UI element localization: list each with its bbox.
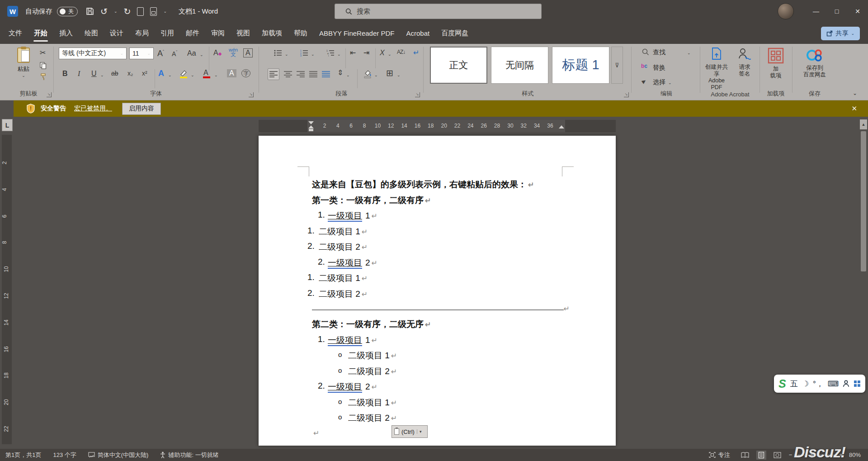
- style-card-标题 1[interactable]: 标题 1: [552, 47, 609, 84]
- style-card-正文[interactable]: 正文: [430, 47, 487, 84]
- italic-button[interactable]: I: [78, 70, 80, 77]
- text-effects-button[interactable]: A: [158, 69, 164, 77]
- doc-line[interactable]: 2.二级项目 2↵: [307, 241, 566, 257]
- distribute-icon[interactable]: [322, 71, 330, 77]
- horizontal-ruler[interactable]: 24681012141618202224262830323436: [259, 120, 616, 132]
- sogou-logo-icon[interactable]: S: [778, 377, 786, 390]
- save-to-baidu-button[interactable]: 保存到百度网盘: [794, 47, 835, 78]
- maximize-button[interactable]: □: [826, 0, 847, 23]
- tab-绘图[interactable]: 绘图: [79, 23, 104, 44]
- doc-line[interactable]: o二级项目 1↵: [307, 350, 566, 366]
- doc-line[interactable]: 2.一级项目2↵: [307, 257, 566, 273]
- proofing-language[interactable]: 简体中文(中国大陆): [88, 451, 149, 459]
- ime-mode-icon[interactable]: ⌨: [828, 379, 839, 389]
- doc-line[interactable]: 1.一级项目1↵: [307, 334, 566, 350]
- ime-person-icon[interactable]: [843, 380, 849, 387]
- create-pdf-button[interactable]: 创建并共享Adobe PDF: [703, 47, 731, 91]
- tab-布局[interactable]: 布局: [129, 23, 155, 44]
- asian-layout-icon[interactable]: X: [380, 49, 385, 57]
- first-line-indent-marker[interactable]: [308, 121, 314, 124]
- copy-icon[interactable]: [40, 62, 47, 69]
- tab-stop-selector[interactable]: L: [2, 119, 13, 131]
- character-shading-button[interactable]: A: [227, 69, 236, 77]
- sort-icon[interactable]: AZ↓: [397, 49, 405, 55]
- redo-icon[interactable]: ↻: [123, 7, 131, 16]
- align-center-icon[interactable]: [284, 71, 292, 77]
- tab-Acrobat[interactable]: Acrobat: [400, 23, 435, 44]
- font-family-select[interactable]: 等线 (中文正文) ⌄: [59, 48, 127, 59]
- show-marks-icon[interactable]: ↵: [413, 49, 419, 57]
- paste-button[interactable]: 粘贴 ⌄: [12, 48, 35, 86]
- clipboard-launcher-icon[interactable]: ↘: [47, 92, 52, 97]
- grow-font-button[interactable]: Aˆ: [157, 49, 164, 57]
- character-border-button[interactable]: A: [243, 48, 253, 57]
- find-button[interactable]: 查找: [653, 48, 665, 57]
- styles-launcher-icon[interactable]: ↘: [624, 92, 629, 97]
- phonetic-guide-button[interactable]: wén文: [229, 48, 238, 57]
- bold-button[interactable]: B: [62, 70, 68, 77]
- sogou-ime-bar[interactable]: S 五☽°，⌨: [774, 375, 865, 393]
- doc-line[interactable]: o二级项目 1↵: [307, 397, 566, 413]
- right-indent-marker[interactable]: [559, 125, 564, 128]
- doc-line[interactable]: o二级项目 2↵: [307, 412, 566, 428]
- page-indicator[interactable]: 第1页，共1页: [5, 451, 41, 459]
- scrollbar-thumb[interactable]: [861, 131, 866, 271]
- tab-文件[interactable]: 文件: [3, 23, 28, 44]
- font-color-button[interactable]: A: [203, 69, 208, 76]
- strikethrough-button[interactable]: ab: [111, 70, 118, 76]
- justify-icon[interactable]: [309, 71, 317, 77]
- left-indent-marker[interactable]: [309, 129, 313, 131]
- subscript-button[interactable]: x₂: [127, 70, 133, 76]
- ime-mode-icon[interactable]: ☽: [802, 379, 809, 389]
- ime-mode-icon[interactable]: 五: [790, 379, 798, 389]
- tab-视图[interactable]: 视图: [231, 23, 256, 44]
- font-size-select[interactable]: 11 ⌄: [129, 48, 154, 59]
- warnbar-close-icon[interactable]: ✕: [851, 105, 857, 113]
- select-button[interactable]: 选择: [653, 78, 665, 86]
- collapse-ribbon-icon[interactable]: ⌄: [853, 90, 857, 96]
- styles-more-button[interactable]: ⊽: [611, 47, 623, 84]
- align-left-button[interactable]: [268, 68, 279, 80]
- word-count[interactable]: 123 个字: [53, 451, 76, 459]
- borders-icon[interactable]: ⊞: [386, 69, 393, 77]
- underline-button[interactable]: U: [91, 70, 97, 77]
- read-mode-button[interactable]: [740, 451, 750, 460]
- doc-line[interactable]: o二级项目 2↵: [307, 366, 566, 381]
- doc-line[interactable]: ↵: [307, 304, 566, 318]
- hanging-indent-marker[interactable]: [308, 125, 314, 128]
- bullet-list-icon[interactable]: [274, 49, 282, 57]
- style-card-无间隔[interactable]: 无间隔: [491, 47, 548, 84]
- doc-line[interactable]: ↵: [307, 428, 566, 444]
- replace-button[interactable]: 替换: [653, 64, 665, 72]
- undo-icon[interactable]: ↺: [100, 7, 108, 16]
- doc-line[interactable]: 1.一级项目1↵: [307, 210, 566, 226]
- doc-line[interactable]: 这是来自【豆包】的多级列表示例，右键粘贴后的效果：↵: [307, 179, 566, 195]
- tab-开始[interactable]: 开始: [28, 23, 53, 44]
- tab-审阅[interactable]: 审阅: [205, 23, 231, 44]
- shading-bucket-icon[interactable]: [363, 69, 372, 78]
- web-layout-button[interactable]: [773, 451, 783, 460]
- autosave-toggle[interactable]: 关: [57, 7, 78, 16]
- print-preview-icon[interactable]: [150, 7, 157, 16]
- decrease-indent-icon[interactable]: ⇤: [350, 49, 356, 57]
- doc-line[interactable]: 第一类：一级有序，二级有序↵: [307, 195, 566, 210]
- account-avatar[interactable]: [778, 3, 794, 19]
- clear-formatting-button[interactable]: A◆: [213, 49, 222, 57]
- close-button[interactable]: ✕: [847, 0, 868, 23]
- request-signatures-button[interactable]: 请求签名: [732, 47, 757, 77]
- multilevel-list-icon[interactable]: 1ai: [326, 49, 335, 57]
- undo-dropdown-icon[interactable]: ⌄: [114, 9, 118, 14]
- paragraph-launcher-icon[interactable]: ↘: [415, 92, 420, 97]
- search-input[interactable]: 搜索: [335, 4, 542, 19]
- print-layout-button[interactable]: [756, 451, 766, 460]
- enclose-characters-button[interactable]: 字: [241, 69, 250, 77]
- tab-邮件[interactable]: 邮件: [180, 23, 205, 44]
- doc-line[interactable]: 第二类：一级有序，二级无序↵: [307, 318, 566, 334]
- document-page[interactable]: 这是来自【豆包】的多级列表示例，右键粘贴后的效果：↵第一类：一级有序，二级有序↵…: [259, 136, 616, 446]
- cut-icon[interactable]: ✂: [40, 49, 46, 57]
- doc-line[interactable]: 2.一级项目2↵: [307, 381, 566, 397]
- vertical-scrollbar[interactable]: ▲: [860, 119, 867, 446]
- zoom-out-icon[interactable]: −: [789, 451, 793, 458]
- customize-qat-icon[interactable]: ⌄: [163, 9, 167, 14]
- addins-button[interactable]: 加载项: [760, 47, 791, 79]
